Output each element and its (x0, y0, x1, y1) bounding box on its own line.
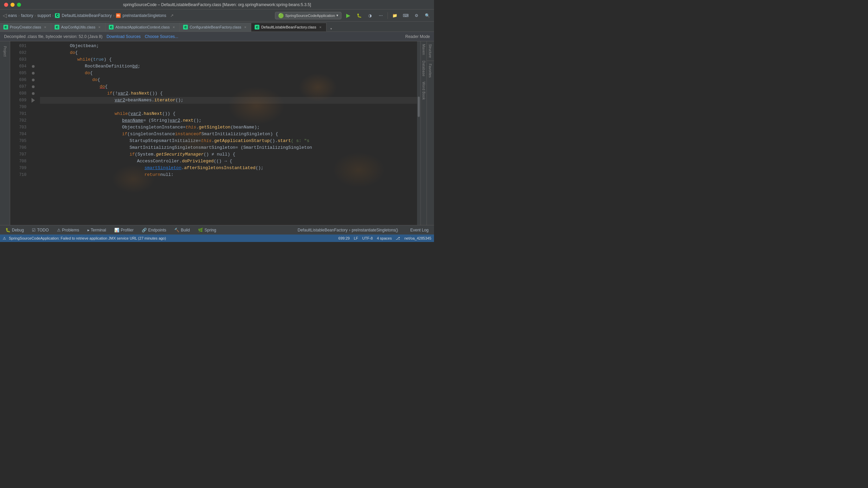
code-token: getSingleton (199, 124, 231, 131)
code-token: . (181, 165, 184, 171)
tab-defaultlistable[interactable]: C DefaultListableBeanFactory.class × (251, 23, 326, 32)
line-692: do { (40, 49, 417, 56)
minimize-button[interactable] (11, 3, 15, 7)
coverage-button[interactable]: ◑ (366, 12, 374, 20)
todo-btn[interactable]: ☑ TODO (31, 227, 50, 233)
close-button[interactable] (4, 3, 8, 7)
settings-button[interactable]: ⚙ (412, 12, 420, 20)
endpoints-btn[interactable]: 🔗 Endpoints (140, 227, 167, 233)
build-btn[interactable]: 🔨 Build (173, 227, 191, 233)
choose-sources-link[interactable]: Choose Sources... (145, 34, 178, 39)
tab-proxycreator[interactable]: C ProxyCreator.class × (0, 23, 51, 32)
event-log-label: Event Log (410, 228, 429, 232)
code-token: var2 (131, 110, 141, 117)
problems-icon: ⚠ (57, 228, 61, 232)
line-706: SmartInitializingSingleton smartSingleto… (40, 144, 417, 151)
code-token: hasNext (144, 110, 162, 117)
back-arrow[interactable]: ◁ (3, 12, 7, 19)
line-700 (40, 104, 417, 110)
code-token: next (183, 117, 193, 124)
code-token: do (100, 83, 105, 90)
more-button[interactable]: ⋯ (377, 12, 385, 20)
bottom-tools: 🐛 Debug ☑ TODO ⚠ Problems ▸ Terminal 📊 P… (4, 227, 218, 233)
tab-aopconfigutils[interactable]: C AopConfigUtils.class × (51, 23, 105, 32)
event-log-btn[interactable]: Event Log (409, 227, 430, 233)
code-wrapper: 691 692 693 694 695 696 697 698 699 700 … (10, 41, 420, 225)
tab-overflow[interactable]: ▾ (328, 26, 335, 32)
bottom-breadcrumb-path: DefaultListableBeanFactory › preInstanti… (298, 228, 398, 232)
indent[interactable]: 4 spaces (377, 236, 392, 240)
translate-button[interactable]: ⌨ (401, 12, 410, 20)
maximize-button[interactable] (17, 3, 21, 7)
terminal-label: Terminal (91, 228, 106, 232)
code-token: ( (91, 56, 93, 63)
cursor-position[interactable]: 699:29 (338, 236, 350, 240)
breadcrumb-class[interactable]: DefaultListableBeanFactory (62, 13, 112, 18)
code-token: null: (160, 171, 174, 178)
debug-button[interactable]: 🐛 (355, 12, 363, 20)
code-token: = (125, 97, 128, 104)
code-token: (); (175, 97, 183, 104)
maven-panel-tab[interactable]: Maven (421, 41, 427, 58)
tab-configurablebean[interactable]: C ConfigurableBeanFactory.class × (180, 23, 251, 32)
favorites-panel-tab[interactable]: Favorites (427, 61, 434, 80)
code-token: afterSingletonsInstantiated (184, 165, 256, 171)
divider (388, 12, 388, 19)
scrollbar[interactable] (417, 41, 420, 225)
tab-abstractappcontext[interactable]: C AbstractApplicationContext.class × (105, 23, 180, 32)
window-controls[interactable] (4, 3, 21, 7)
code-editor[interactable]: 691 692 693 694 695 696 697 698 699 700 … (10, 41, 420, 225)
code-token: (() → { (214, 158, 232, 165)
code-token[interactable]: smartSingleton (144, 165, 181, 171)
tab-close-4[interactable]: × (243, 25, 248, 29)
scrollbar-thumb[interactable] (418, 97, 420, 117)
database-panel-tab[interactable]: Database (421, 58, 427, 79)
breadcrumb-method[interactable]: preInstantiateSingletons (123, 13, 166, 18)
problems-btn[interactable]: ⚠ Problems (56, 227, 81, 233)
tab-label-5: DefaultListableBeanFactory.class (261, 25, 316, 29)
code-lines[interactable]: Object bean ; do { while ( true ) { (37, 41, 417, 225)
code-token: this (185, 124, 196, 131)
project-icon[interactable]: Project (2, 44, 8, 59)
bottom-sep: › (349, 228, 350, 232)
breadcrumb-eans[interactable]: eans (8, 13, 17, 18)
breadcrumb-factory[interactable]: factory (21, 13, 33, 18)
line-691: Object bean ; (40, 43, 417, 49)
run-button[interactable]: ▶ (344, 12, 352, 20)
debug-icon: 🐛 (5, 228, 11, 232)
tab-close-2[interactable]: × (97, 25, 102, 29)
line-ending[interactable]: LF (354, 236, 358, 240)
download-sources-link[interactable]: Download Sources (106, 34, 141, 39)
debug-bottom-btn[interactable]: 🐛 Debug (4, 227, 25, 233)
profiler-btn[interactable]: 📊 Profiler (113, 227, 135, 233)
line-numbers: 691 692 693 694 695 696 697 698 699 700 … (10, 41, 31, 225)
todo-icon: ☑ (32, 228, 36, 232)
app-selector[interactable]: 🟢 SpringSourceCodeApplication ▾ (275, 12, 341, 19)
breadcrumb-support[interactable]: support (37, 13, 51, 18)
code-token: () ≠ null) { (203, 151, 235, 158)
line-696: do { (40, 77, 417, 83)
method-icon: m (116, 13, 121, 18)
tab-close-1[interactable]: × (43, 25, 47, 29)
code-token: Object (70, 43, 86, 49)
word-book-panel-tab[interactable]: Word Book (421, 79, 427, 103)
structure-panel-tab[interactable]: Structure (427, 41, 434, 61)
warning-icon: ⚠ (3, 236, 6, 241)
todo-label: TODO (37, 228, 48, 232)
code-token: doPrivileged (182, 158, 214, 165)
line-707: if (System. getSecurityManager () ≠ null… (40, 151, 417, 158)
terminal-btn[interactable]: ▸ Terminal (86, 227, 107, 233)
tab-close-3[interactable]: × (171, 25, 176, 29)
decompiled-info: Decompiled .class file, bytecode version… (4, 34, 102, 39)
reader-mode-button[interactable]: Reader Mode (405, 34, 430, 39)
folder-button[interactable]: 📁 (391, 12, 399, 20)
code-token: instanceof (175, 131, 201, 138)
spring-btn[interactable]: 🌿 Spring (197, 227, 218, 233)
code-token: = (198, 138, 201, 144)
search-button[interactable]: 🔍 (423, 12, 431, 20)
encoding[interactable]: UTF-8 (362, 236, 373, 240)
tab-close-5[interactable]: × (318, 25, 323, 29)
code-token: do (92, 77, 98, 83)
code-token: var2 (118, 90, 128, 97)
nav-arrow-right[interactable]: ↗ (170, 13, 174, 18)
